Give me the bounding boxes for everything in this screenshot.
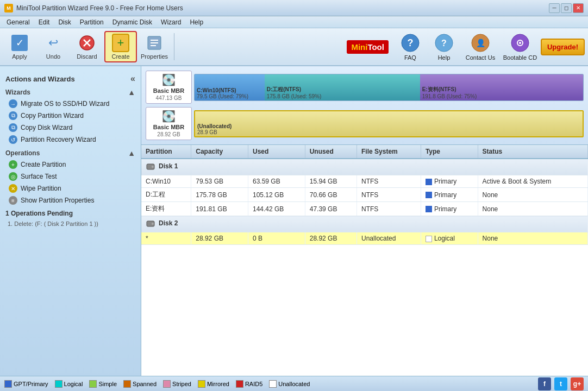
discard-button[interactable]: Discard bbox=[71, 31, 103, 62]
sidebar: Actions and Wizards « Wizards ▲ → Migrat… bbox=[0, 66, 141, 376]
disk1-header-row: Disk 1 bbox=[141, 159, 588, 175]
cell-status: None bbox=[478, 232, 587, 245]
faq-label: FAQ bbox=[404, 54, 416, 61]
operations-header: Operations bbox=[5, 149, 40, 157]
legend-unallocated: Unallocated bbox=[269, 380, 310, 388]
faq-icon: ? bbox=[401, 33, 420, 53]
legend-color-unallocated bbox=[269, 380, 277, 388]
legend-color-mirrored bbox=[198, 380, 205, 388]
show-properties-label: Show Partition Properties bbox=[21, 197, 94, 204]
disk2-size: 28.92 GB bbox=[157, 131, 180, 137]
disk2-partition-unalloc[interactable]: (Unallocated) 28.9 GB bbox=[195, 111, 583, 136]
disk2-table-header: Disk 2 bbox=[141, 216, 588, 232]
wizards-collapse-btn[interactable]: ▲ bbox=[128, 88, 135, 97]
statusbar: GPT/Primary Logical Simple Spanned Strip… bbox=[0, 376, 588, 391]
copy-disk-icon: ⧉ bbox=[9, 123, 17, 132]
menu-edit[interactable]: Edit bbox=[34, 17, 54, 27]
disk1-partition-e[interactable]: E:资料(NTFS) 191.8 GB (Used: 75%) bbox=[420, 74, 583, 100]
legend-color-simple bbox=[89, 380, 97, 388]
undo-icon: ↩ bbox=[45, 35, 61, 51]
menu-dynamic-disk[interactable]: Dynamic Disk bbox=[108, 17, 157, 27]
table-row[interactable]: E:资料 191.81 GB 144.42 GB 47.39 GB NTFS P… bbox=[141, 202, 588, 216]
create-button[interactable]: + Create bbox=[104, 31, 137, 62]
sidebar-item-copy-partition[interactable]: ⧉ Copy Partition Wizard bbox=[0, 110, 141, 122]
bootable-cd-icon bbox=[510, 33, 530, 53]
menubar: General Edit Disk Partition Dynamic Disk… bbox=[0, 16, 588, 28]
wizards-header: Wizards bbox=[5, 89, 30, 96]
menu-general[interactable]: General bbox=[2, 17, 34, 27]
twitter-button[interactable]: t bbox=[554, 377, 567, 390]
properties-label: Properties bbox=[141, 53, 168, 60]
sidebar-item-copy-disk[interactable]: ⧉ Copy Disk Wizard bbox=[0, 122, 141, 134]
cell-unused: 28.92 GB bbox=[305, 232, 356, 245]
disk1-c-label: C:Win10(NTFS) bbox=[197, 87, 262, 93]
table-row[interactable]: D:工程 175.78 GB 105.12 GB 70.66 GB NTFS P… bbox=[141, 188, 588, 202]
disk1-e-size: 191.8 GB (Used: 75%) bbox=[422, 93, 581, 99]
disk2-partitions: (Unallocated) 28.9 GB bbox=[194, 110, 584, 137]
disk1-icon: 💽 bbox=[162, 73, 176, 86]
pending-item-1: 1. Delete: (F: ( Disk 2 Partition 1 )) bbox=[5, 219, 135, 228]
col-unused: Unused bbox=[305, 145, 356, 159]
svg-point-19 bbox=[152, 223, 154, 225]
partition-table: Partition Capacity Used Unused File Syst… bbox=[141, 145, 588, 245]
sidebar-item-migrate-os[interactable]: → Migrate OS to SSD/HD Wizard bbox=[0, 98, 141, 110]
minitool-logo: MiniTool bbox=[347, 40, 389, 54]
sidebar-collapse-button[interactable]: « bbox=[130, 74, 135, 84]
sidebar-item-partition-recovery[interactable]: ↺ Partition Recovery Wizard bbox=[0, 134, 141, 146]
col-used: Used bbox=[248, 145, 305, 159]
disk1-partition-c[interactable]: C:Win10(NTFS) 79.5 GB (Used: 79%) bbox=[195, 74, 265, 100]
legend-label-raid5: RAID5 bbox=[245, 381, 262, 387]
app-title: MiniTool Partition Wizard Free 9.0 - Fre… bbox=[16, 4, 549, 12]
help-icon: ? bbox=[434, 33, 454, 53]
menu-help[interactable]: Help bbox=[185, 17, 208, 27]
sidebar-item-create-partition[interactable]: + Create Partition bbox=[0, 159, 141, 171]
table-row[interactable]: C:Win10 79.53 GB 63.59 GB 15.94 GB NTFS … bbox=[141, 175, 588, 188]
disk2-unalloc-size: 28.9 GB bbox=[197, 129, 580, 135]
menu-disk[interactable]: Disk bbox=[54, 17, 75, 27]
table-row[interactable]: * 28.92 GB 0 B 28.92 GB Unallocated Logi… bbox=[141, 232, 588, 245]
undo-button[interactable]: ↩ Undo bbox=[37, 31, 70, 62]
legend-mirrored: Mirrored bbox=[198, 380, 229, 388]
sidebar-item-surface-test[interactable]: ◎ Surface Test bbox=[0, 171, 141, 182]
sidebar-item-show-properties[interactable]: ≡ Show Partition Properties bbox=[0, 194, 141, 206]
disk2-icon: 💽 bbox=[162, 110, 176, 123]
googleplus-button[interactable]: g+ bbox=[571, 377, 584, 390]
restore-button[interactable]: ◻ bbox=[561, 3, 572, 13]
apply-button[interactable]: ✓ Apply bbox=[3, 31, 36, 62]
disk2-name: Basic MBR bbox=[153, 124, 184, 130]
faq-button[interactable]: ? FAQ bbox=[394, 33, 427, 61]
disk2-table-icon bbox=[146, 218, 155, 228]
help-button[interactable]: ? Help bbox=[428, 33, 460, 61]
close-button[interactable]: ✕ bbox=[573, 3, 584, 13]
cell-partition: D:工程 bbox=[141, 188, 191, 202]
disk1-partitions: C:Win10(NTFS) 79.5 GB (Used: 79%) D:工程(N… bbox=[194, 74, 584, 101]
migrate-os-icon: → bbox=[9, 99, 17, 108]
legend-striped: Striped bbox=[163, 380, 191, 388]
properties-button[interactable]: Properties bbox=[138, 31, 171, 62]
cell-unused: 15.94 GB bbox=[305, 175, 356, 188]
apply-icon: ✓ bbox=[11, 35, 28, 51]
legend-label-unallocated: Unallocated bbox=[278, 381, 310, 387]
disk1-label: 💽 Basic MBR 447.13 GB bbox=[146, 71, 192, 104]
menu-partition[interactable]: Partition bbox=[76, 17, 108, 27]
contact-button[interactable]: 👤 Contact Us bbox=[461, 33, 499, 61]
disk1-partition-d[interactable]: D:工程(NTFS) 175.8 GB (Used: 59%) bbox=[265, 74, 420, 100]
copy-disk-label: Copy Disk Wizard bbox=[21, 124, 72, 131]
operations-collapse-btn[interactable]: ▲ bbox=[128, 149, 135, 157]
cell-type: Primary bbox=[421, 188, 478, 202]
cell-used: 63.59 GB bbox=[248, 175, 305, 188]
bootable-cd-button[interactable]: Bootable CD bbox=[501, 33, 540, 61]
facebook-button[interactable]: f bbox=[538, 377, 551, 390]
sidebar-item-wipe-partition[interactable]: ✕ Wipe Partition bbox=[0, 182, 141, 194]
create-partition-label: Create Partition bbox=[21, 161, 66, 168]
upgrade-label: Upgrade! bbox=[547, 43, 578, 51]
minimize-button[interactable]: ─ bbox=[549, 3, 560, 13]
wipe-partition-icon: ✕ bbox=[9, 184, 17, 193]
contact-label: Contact Us bbox=[466, 54, 495, 61]
cell-unused: 70.66 GB bbox=[305, 188, 356, 202]
social-buttons: f t g+ bbox=[538, 377, 584, 390]
discard-label: Discard bbox=[77, 53, 97, 60]
menu-wizard[interactable]: Wizard bbox=[157, 17, 185, 27]
toolbar-separator-1 bbox=[174, 33, 174, 60]
upgrade-button[interactable]: Upgrade! bbox=[541, 39, 585, 55]
